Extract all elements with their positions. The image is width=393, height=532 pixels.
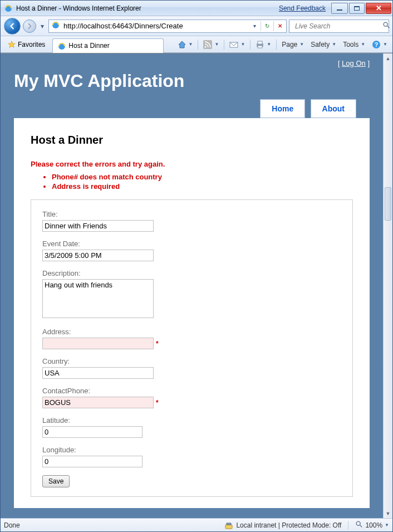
zoom-control[interactable]: 100% ▼ [355, 520, 389, 530]
page-menu[interactable]: Page▼ [279, 38, 307, 51]
rss-icon [203, 40, 212, 49]
minimize-button[interactable] [331, 3, 348, 14]
menu-home[interactable]: Home [260, 99, 305, 118]
app-header: [ Log On ] My MVC Application Home About [1, 53, 383, 118]
eventdate-input[interactable] [42, 250, 154, 261]
printer-icon [256, 40, 264, 49]
tab-title: Host a Dinner [68, 42, 109, 50]
country-label: Country: [42, 357, 341, 365]
close-button[interactable]: ✕ [366, 3, 391, 14]
save-button[interactable]: Save [42, 475, 70, 487]
window-buttons: ✕ [330, 3, 391, 14]
scroll-thumb[interactable] [385, 187, 391, 221]
description-label: Description: [42, 269, 341, 277]
svg-point-7 [205, 46, 207, 47]
contactphone-label: ContactPhone: [42, 387, 341, 395]
tools-menu[interactable]: Tools▼ [340, 38, 368, 51]
tabbar: Favorites Host a Dinner ▼ ▼ ▼ ▼ [1, 36, 392, 53]
nav-history-dropdown[interactable]: ▾ [38, 22, 46, 30]
toolbar: ▼ ▼ ▼ ▼ Page▼ Safety▼ Tools▼ ?▼ [175, 38, 390, 51]
zone-text: Local intranet | Protected Mode: Off [236, 521, 341, 529]
svg-line-3 [387, 26, 390, 28]
forward-button[interactable] [23, 19, 36, 33]
navbar: ▾ ▾ ↻ ✕ [1, 16, 392, 36]
viewport: [ Log On ] My MVC Application Home About… [1, 53, 392, 518]
app-title: My MVC Application [14, 71, 370, 91]
home-icon [178, 40, 186, 49]
window-title: Host a Dinner - Windows Internet Explore… [16, 4, 141, 12]
contactphone-error-marker: * [156, 399, 159, 407]
page-icon [51, 21, 60, 31]
zoom-icon [355, 520, 363, 530]
validation-errors: Phone# does not match country Address is… [42, 173, 353, 191]
search-button[interactable] [382, 21, 390, 31]
main-content: Host a Dinner Please correct the errors … [14, 118, 370, 508]
svg-rect-11 [258, 46, 262, 48]
address-bar: ▾ ↻ ✕ [48, 19, 287, 33]
help-icon: ? [372, 40, 381, 49]
refresh-button[interactable]: ↻ [262, 23, 272, 29]
vertical-scrollbar[interactable]: ▲ ▼ [383, 53, 392, 518]
mail-icon [229, 40, 238, 49]
logon-link[interactable]: Log On [342, 59, 366, 67]
send-feedback-link[interactable]: Send Feedback [279, 4, 326, 12]
svg-line-16 [360, 525, 362, 528]
favorites-label: Favorites [18, 41, 45, 48]
browser-window: Host a Dinner - Windows Internet Explore… [0, 0, 393, 532]
feeds-button[interactable]: ▼ [200, 38, 222, 51]
print-button[interactable]: ▼ [253, 38, 274, 51]
address-input[interactable] [62, 21, 249, 32]
address-input[interactable] [42, 338, 154, 349]
page-content: [ Log On ] My MVC Application Home About… [1, 53, 383, 518]
favorites-button[interactable]: Favorites [3, 38, 50, 51]
status-text: Done [4, 521, 20, 529]
title-label: Title: [42, 210, 341, 218]
scroll-up-button[interactable]: ▲ [384, 53, 392, 63]
contactphone-input[interactable] [42, 397, 154, 408]
tab-icon [57, 42, 65, 50]
latitude-input[interactable] [42, 426, 143, 438]
maximize-button[interactable] [349, 3, 365, 14]
svg-point-2 [384, 22, 387, 26]
title-input[interactable] [42, 220, 154, 232]
mail-button[interactable]: ▼ [227, 38, 248, 51]
country-input[interactable] [42, 367, 154, 379]
address-label: Address: [42, 328, 341, 336]
back-button[interactable] [4, 18, 21, 35]
page-heading: Host a Dinner [31, 134, 353, 147]
validation-summary: Please correct the errors and try again. [31, 160, 353, 168]
svg-marker-4 [8, 41, 15, 47]
eventdate-label: Event Date: [42, 240, 341, 248]
zone-icon [225, 521, 233, 529]
form-fieldset: Title: Event Date: Description: Hang out… [31, 199, 353, 497]
address-error-marker: * [156, 340, 159, 348]
svg-point-15 [357, 521, 361, 525]
svg-rect-6 [203, 40, 212, 49]
home-button[interactable]: ▼ [175, 38, 196, 51]
stop-button[interactable]: ✕ [275, 23, 285, 29]
scroll-down-button[interactable]: ▼ [384, 509, 392, 518]
error-item: Address is required [52, 182, 353, 191]
latitude-label: Latitude: [42, 416, 341, 424]
titlebar: Host a Dinner - Windows Internet Explore… [1, 1, 392, 16]
search-box [289, 19, 389, 33]
description-input[interactable]: Hang out with friends [42, 279, 154, 318]
svg-text:?: ? [375, 41, 379, 48]
search-input[interactable] [294, 22, 380, 31]
address-dropdown[interactable]: ▾ [249, 23, 259, 29]
menu-about[interactable]: About [311, 99, 356, 118]
longitude-input[interactable] [42, 456, 143, 467]
error-item: Phone# does not match country [52, 173, 353, 181]
browser-tab[interactable]: Host a Dinner [52, 38, 164, 53]
svg-rect-10 [258, 41, 262, 44]
safety-menu[interactable]: Safety▼ [308, 38, 339, 51]
help-button[interactable]: ?▼ [369, 38, 390, 51]
zoom-dropdown[interactable]: ▼ [385, 523, 389, 528]
app-menu: Home About [14, 99, 370, 118]
svg-rect-14 [225, 525, 232, 529]
zoom-value: 100% [365, 521, 382, 529]
longitude-label: Longitude: [42, 446, 341, 454]
statusbar: Done Local intranet | Protected Mode: Of… [1, 518, 392, 531]
logon-area: [ Log On ] [14, 59, 370, 67]
ie-icon [4, 4, 13, 13]
